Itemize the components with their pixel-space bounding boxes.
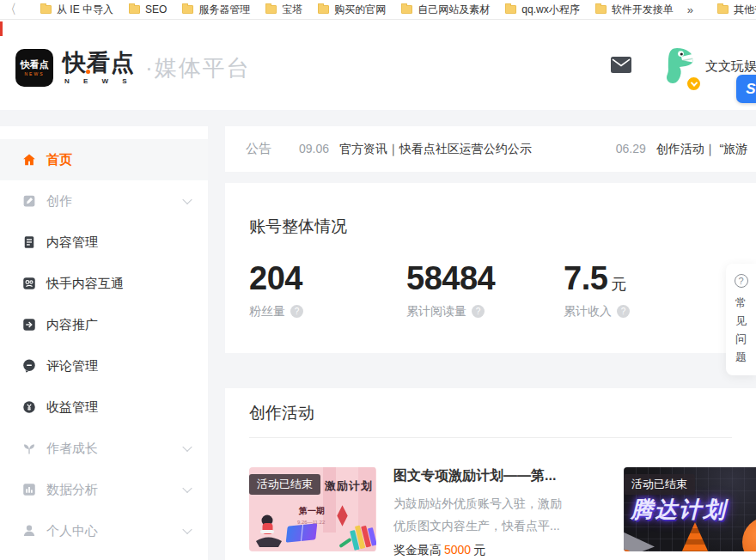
bookmarks-back-chevron-icon[interactable]: 〈: [5, 0, 16, 19]
bookmark-item[interactable]: 软件开发接单: [595, 3, 674, 17]
bookmark-item[interactable]: 自己网站及素材: [401, 3, 490, 17]
question-icon: [735, 274, 748, 288]
announcement-link[interactable]: 09.06 官方资讯｜快看点社区运营公约公示: [299, 142, 532, 157]
stat-value: 204: [249, 260, 302, 296]
sidebar-item-analytics[interactable]: 数据分析: [0, 469, 208, 510]
chevron-down-icon: [182, 195, 192, 204]
activity-card-2: 活动已结束 腾达计划: [624, 467, 756, 558]
bookmark-item[interactable]: 宝塔: [265, 3, 302, 17]
activity-description: 为鼓励站外优质账号入驻，激励: [393, 492, 576, 514]
stat-value: 7.5: [564, 260, 607, 296]
sidebar-item-personal-center[interactable]: 个人中心: [0, 510, 208, 551]
folder-icon: [182, 5, 193, 14]
chevron-down-icon: [182, 484, 192, 493]
folder-icon: [318, 5, 329, 14]
sidebar-item-label: 首页: [46, 152, 72, 168]
mail-button[interactable]: [611, 57, 631, 76]
activity-description: 优质图文内容生产，快看点平...: [393, 514, 576, 537]
app-logo-icon: 快看点 NEWS: [15, 49, 53, 87]
money-icon: [21, 399, 37, 415]
bookmark-label: 服务器管理: [198, 3, 250, 17]
avatar-badge-icon: [686, 76, 702, 92]
chevron-down-icon: [182, 525, 192, 534]
bookmark-item[interactable]: qq.wx小程序: [505, 3, 579, 17]
stat-total-income: 7.5元 累计收入: [564, 261, 721, 320]
logo[interactable]: 快看点 NEWS 快看点 N E W S ·媒体平台: [15, 49, 251, 87]
sidebar-item-content-manage[interactable]: 内容管理: [0, 222, 208, 263]
question-icon[interactable]: [472, 305, 485, 318]
folder-icon: [717, 5, 729, 14]
sidebar-item-home[interactable]: 首页: [0, 139, 208, 180]
folder-icon: [505, 5, 516, 14]
browser-extension-icon[interactable]: S: [736, 75, 756, 103]
thumbnail-title: 激励计划: [325, 478, 373, 494]
announcement-link[interactable]: 06.29 创作活动｜ “旅游: [616, 142, 747, 157]
user-name[interactable]: 文文玩娱乐: [705, 58, 756, 75]
logo-subtext: N E W S: [63, 77, 135, 85]
edit-icon: [21, 193, 37, 209]
sidebar-item-label: 快手内容互通: [46, 276, 124, 292]
bookmark-item-other[interactable]: 其他书签: [717, 3, 756, 17]
bookmark-label: qq.wx小程序: [521, 3, 579, 17]
stat-value: 58484: [406, 260, 495, 296]
stat-total-reads: 58484 累计阅读量: [406, 261, 564, 320]
thumbnail-phase: 第一期: [299, 505, 325, 517]
faq-label: 常见问题: [735, 294, 748, 366]
bookmark-label: 自己网站及素材: [418, 3, 490, 17]
activities-row: 活动已结束 激励计划 第一期 9.26—11.22: [249, 467, 732, 558]
logo-accent-dot: [86, 70, 90, 74]
app-icon-subtext: NEWS: [25, 71, 45, 76]
ball-illustration: [742, 517, 756, 551]
sidebar-item-author-growth[interactable]: 作者成长: [0, 428, 208, 469]
sidebar-item-label: 评论管理: [46, 358, 98, 374]
shard-illustration: [624, 529, 655, 551]
sidebar-item-comments[interactable]: 评论管理: [0, 345, 208, 387]
bar-chart-icon: [21, 482, 37, 497]
arrow-right-icon: [21, 317, 37, 332]
sidebar-item-create[interactable]: 创作: [0, 180, 208, 222]
chevron-down-icon: [182, 442, 192, 452]
sidebar: 首页 创作 内容管理 快手内容互通 内容推广 评论管理: [0, 126, 208, 560]
announcement-date: 06.29: [616, 142, 646, 157]
sidebar-item-promotion[interactable]: 内容推广: [0, 304, 208, 345]
account-overview-title: 账号整体情况: [249, 216, 732, 238]
sidebar-item-label: 收益管理: [46, 399, 98, 416]
announcement-label: 公告: [246, 141, 271, 157]
faq-widget[interactable]: 常见问题: [726, 264, 756, 375]
chevron-down-icon: [690, 79, 697, 86]
seedling-icon: [21, 441, 37, 456]
stat-unit: 元: [611, 276, 626, 293]
reward-prefix: 奖金最高: [393, 543, 442, 557]
question-icon[interactable]: [290, 305, 303, 318]
bookmark-item[interactable]: 服务器管理: [182, 3, 250, 17]
announcement-title: 创作活动｜ “旅游: [656, 142, 747, 157]
folder-icon: [401, 5, 412, 14]
sidebar-item-label: 内容推广: [46, 317, 98, 333]
announcement-bar: 公告 09.06 官方资讯｜快看点社区运营公约公示 06.29 创作活动｜ “旅…: [225, 126, 756, 172]
bookmark-label: 宝塔: [282, 3, 302, 17]
bookmark-item[interactable]: SEO: [129, 3, 167, 15]
folder-icon: [129, 5, 140, 14]
account-overview-card: 账号整体情况 204 粉丝量 58484 累计阅读量 7.5元 累计收入: [225, 183, 756, 353]
sidebar-item-revenue[interactable]: 收益管理: [0, 387, 208, 428]
logo-wordmark: 快看点 N E W S: [63, 52, 135, 85]
activity-title[interactable]: 图文专项激励计划——第...: [393, 467, 576, 485]
stat-label: 粉丝量: [249, 304, 285, 320]
question-icon[interactable]: [617, 305, 630, 318]
reward-suffix: 元: [473, 543, 485, 557]
cone-illustration: [680, 522, 710, 551]
sidebar-item-kuaishou-sync[interactable]: 快手内容互通: [0, 263, 208, 304]
bookmark-item[interactable]: 从 IE 中导入: [40, 3, 113, 17]
reading-person-illustration: [255, 514, 284, 548]
activity-thumbnail[interactable]: 活动已结束 激励计划 第一期 9.26—11.22: [249, 467, 376, 551]
avatar[interactable]: [660, 46, 699, 89]
mail-icon: [611, 57, 631, 73]
bookmark-item[interactable]: 购买的官网: [318, 3, 386, 17]
bookmarks-overflow-button[interactable]: »: [687, 3, 693, 16]
kuaishou-icon: [21, 276, 37, 291]
folder-icon: [40, 5, 52, 14]
activity-card-1: 活动已结束 激励计划 第一期 9.26—11.22: [249, 467, 576, 558]
activity-thumbnail[interactable]: 活动已结束 腾达计划: [624, 467, 756, 551]
sidebar-item-label: 创作: [46, 193, 72, 210]
sidebar-item-label: 个人中心: [46, 523, 98, 539]
